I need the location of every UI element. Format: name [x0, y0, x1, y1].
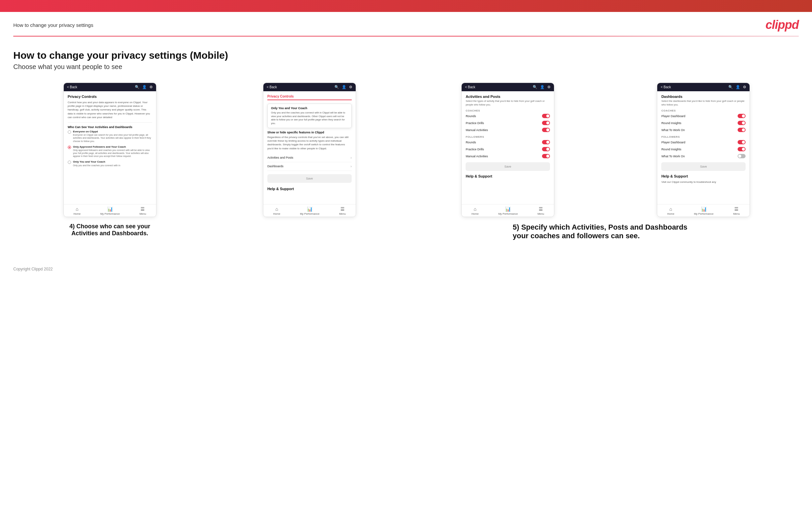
nav-performance-2[interactable]: 📊 My Performance: [300, 206, 319, 215]
dashboards-title-4: Dashboards: [661, 95, 746, 99]
followers-rounds-switch[interactable]: [542, 140, 550, 144]
nav-performance-4[interactable]: 📊 My Performance: [694, 206, 714, 215]
radio-approved[interactable]: Only Approved Followers and Your Coach O…: [68, 145, 152, 158]
followers-what-to-work-toggle[interactable]: What To Work On: [661, 153, 746, 159]
search-icon-4[interactable]: 🔍: [728, 85, 733, 89]
nav-menu-3[interactable]: ☰ Menu: [537, 206, 544, 215]
radio-everyone[interactable]: Everyone on Clippd Everyone on Clippd ca…: [68, 130, 152, 143]
nav-home-4[interactable]: ⌂ Home: [667, 206, 674, 215]
person-icon[interactable]: 👤: [142, 85, 147, 89]
phone-nav-1: < Back 🔍 👤 ⚙: [64, 83, 156, 91]
privacy-tabs-2: Privacy Controls: [267, 95, 352, 100]
coaches-drills-label: Practice Drills: [466, 121, 484, 125]
top-bar: [0, 0, 812, 12]
popover: Only You and Your Coach Only you and the…: [267, 104, 352, 128]
mockup-group-3: < Back 🔍 👤 ⚙ Activities and Posts Select…: [413, 82, 603, 217]
nav-home-label-1: Home: [73, 212, 81, 215]
coaches-rounds-toggle[interactable]: Rounds: [466, 113, 550, 119]
person-icon-4[interactable]: 👤: [735, 85, 740, 89]
coaches-round-insights-switch[interactable]: [738, 121, 746, 125]
nav-menu-label-1: Menu: [140, 212, 146, 215]
radio-desc-everyone: Everyone on Clippd can search for you an…: [73, 133, 152, 143]
phone-body-1: Privacy Controls Control how you and you…: [64, 91, 156, 204]
back-button-3[interactable]: < Back: [465, 85, 475, 89]
activities-posts-title: Activities and Posts: [466, 95, 550, 99]
save-button-2[interactable]: Save: [267, 174, 352, 183]
privacy-tab-label[interactable]: Privacy Controls: [267, 95, 294, 100]
coaches-manual-toggle[interactable]: Manual Activities: [466, 127, 550, 133]
settings-icon-2[interactable]: ⚙: [349, 85, 352, 89]
settings-icon[interactable]: ⚙: [149, 85, 153, 89]
search-icon-3[interactable]: 🔍: [533, 85, 537, 89]
person-icon-2[interactable]: 👤: [342, 85, 346, 89]
coaches-manual-label: Manual Activities: [466, 128, 488, 132]
followers-what-to-work-switch[interactable]: [738, 154, 746, 158]
coaches-what-to-work-toggle[interactable]: What To Work On: [661, 127, 746, 133]
mockup-group-1: < Back 🔍 👤 ⚙ Privacy Controls Control ho…: [13, 82, 206, 237]
phone-bottom-nav-1: ⌂ Home 📊 My Performance ☰ Menu: [64, 204, 156, 217]
followers-rounds-toggle[interactable]: Rounds: [466, 139, 550, 145]
followers-manual-switch[interactable]: [542, 154, 550, 158]
activities-posts-item[interactable]: Activities and Posts ›: [267, 154, 352, 162]
coaches-drills-toggle[interactable]: Practice Drills: [466, 120, 550, 126]
person-icon-3[interactable]: 👤: [540, 85, 545, 89]
followers-player-dashboard-switch[interactable]: [738, 140, 746, 144]
coaches-player-dashboard-toggle[interactable]: Player Dashboard: [661, 113, 746, 119]
followers-round-insights-toggle[interactable]: Round Insights: [661, 146, 746, 152]
help-support-3: Help & Support: [466, 174, 550, 178]
nav-icons-1: 🔍 👤 ⚙: [135, 85, 153, 89]
radio-coach-only[interactable]: Only You and Your Coach Only you and the…: [68, 160, 152, 167]
nav-menu-2[interactable]: ☰ Menu: [339, 206, 346, 215]
coaches-manual-switch[interactable]: [542, 128, 550, 132]
settings-icon-4[interactable]: ⚙: [743, 85, 746, 89]
nav-home-1[interactable]: ⌂ Home: [73, 206, 81, 215]
followers-round-insights-switch[interactable]: [738, 147, 746, 151]
search-icon-2[interactable]: 🔍: [335, 85, 339, 89]
back-button-2[interactable]: < Back: [267, 85, 277, 89]
coaches-what-to-work-label: What To Work On: [661, 128, 685, 132]
nav-menu-label-2: Menu: [339, 212, 346, 215]
nav-home-label-2: Home: [273, 212, 280, 215]
nav-home-3[interactable]: ⌂ Home: [471, 206, 478, 215]
dashboards-item[interactable]: Dashboards ›: [267, 162, 352, 171]
mockup-group-4: < Back 🔍 👤 ⚙ Dashboards Select the dashb…: [608, 82, 799, 217]
nav-home-2[interactable]: ⌂ Home: [273, 206, 280, 215]
help-desc-4: Visit our Clippd community to troublesho…: [661, 180, 746, 184]
performance-icon-1: 📊: [107, 206, 113, 212]
nav-performance-1[interactable]: 📊 My Performance: [100, 206, 120, 215]
performance-icon-3: 📊: [505, 206, 511, 212]
phone-mockup-1: < Back 🔍 👤 ⚙ Privacy Controls Control ho…: [63, 82, 156, 217]
coaches-player-dashboard-label: Player Dashboard: [661, 114, 685, 118]
followers-drills-toggle[interactable]: Practice Drills: [466, 146, 550, 152]
coaches-drills-switch[interactable]: [542, 121, 550, 125]
coaches-round-insights-toggle[interactable]: Round Insights: [661, 120, 746, 126]
menu-icon-2: ☰: [341, 206, 345, 212]
nav-menu-1[interactable]: ☰ Menu: [140, 206, 146, 215]
mockup-pair: < Back 🔍 👤 ⚙ Activities and Posts Select…: [413, 82, 799, 240]
phone-body-4: Dashboards Select the dashboards that yo…: [657, 91, 750, 204]
page-subheading: Choose what you want people to see: [13, 63, 799, 71]
back-button-1[interactable]: < Back: [67, 85, 78, 89]
save-button-4[interactable]: Save: [661, 162, 746, 171]
phone-bottom-nav-2: ⌂ Home 📊 My Performance ☰ Menu: [263, 204, 356, 217]
coaches-rounds-switch[interactable]: [542, 114, 550, 118]
settings-icon-3[interactable]: ⚙: [547, 85, 551, 89]
followers-manual-toggle[interactable]: Manual Activities: [466, 153, 550, 159]
followers-drills-switch[interactable]: [542, 147, 550, 151]
show-hide-desc: Regardless of the privacy controls that …: [267, 135, 352, 150]
main-content: How to change your privacy settings (Mob…: [0, 37, 812, 250]
footer: Copyright Clippd 2022: [0, 260, 812, 278]
coaches-round-insights-label: Round Insights: [661, 121, 681, 125]
back-button-4[interactable]: < Back: [661, 85, 671, 89]
radio-desc-approved: Only approved followers and coaches you …: [73, 149, 152, 158]
followers-player-dashboard-toggle[interactable]: Player Dashboard: [661, 139, 746, 145]
nav-performance-3[interactable]: 📊 My Performance: [498, 206, 518, 215]
nav-menu-4[interactable]: ☰ Menu: [733, 206, 740, 215]
coaches-what-to-work-switch[interactable]: [738, 128, 746, 132]
followers-label-3: FOLLOWERS: [466, 135, 550, 138]
privacy-controls-desc-1: Control how you and your data appears to…: [68, 101, 152, 119]
coaches-player-dashboard-switch[interactable]: [738, 114, 746, 118]
save-button-3[interactable]: Save: [466, 162, 550, 171]
search-icon[interactable]: 🔍: [135, 85, 140, 89]
nav-home-label-4: Home: [667, 212, 674, 215]
